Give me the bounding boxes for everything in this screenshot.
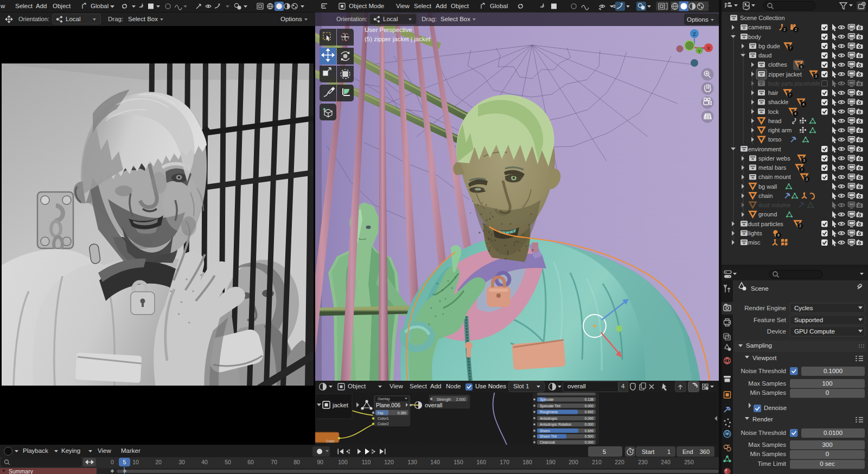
svg-text:bg dude: bg dude — [758, 43, 780, 49]
svg-text:right arm: right arm — [768, 127, 792, 133]
svg-text:body parts placeholde: body parts placeholde — [768, 80, 820, 87]
svg-text:Clearcoat: Clearcoat — [540, 440, 555, 444]
svg-text:hair: hair — [768, 89, 778, 96]
svg-text:Start: Start — [642, 449, 654, 455]
svg-text:Color: Color — [326, 439, 335, 443]
svg-text:20: 20 — [155, 459, 162, 465]
svg-text:2: 2 — [783, 28, 786, 31]
svg-text:4: 4 — [794, 112, 796, 116]
svg-text:0.000: 0.000 — [585, 440, 594, 444]
svg-text:150: 150 — [454, 459, 463, 465]
svg-text:overall: overall — [425, 402, 442, 408]
svg-text:metal bars: metal bars — [758, 164, 787, 171]
svg-text:chain mount: chain mount — [758, 174, 791, 180]
svg-text:chain: chain — [758, 193, 773, 199]
svg-text:User Perspective: User Perspective — [365, 27, 412, 33]
svg-text:head: head — [768, 118, 781, 124]
svg-text:130: 130 — [407, 459, 417, 465]
svg-text:2.000: 2.000 — [456, 398, 465, 401]
svg-text:lights: lights — [748, 230, 762, 236]
svg-text:lock: lock — [768, 108, 779, 115]
svg-text:torso: torso — [768, 136, 781, 143]
svg-text:Sheen: Sheen — [540, 429, 550, 433]
svg-text:body: body — [748, 34, 761, 40]
svg-text:5: 5 — [603, 449, 606, 455]
svg-text:5: 5 — [800, 65, 802, 69]
svg-text:cameras: cameras — [748, 24, 771, 30]
svg-text:Fac: Fac — [378, 411, 384, 415]
svg-text:Color1: Color1 — [378, 417, 389, 420]
svg-text:Y: Y — [698, 49, 701, 54]
svg-text:250: 250 — [684, 459, 694, 465]
svg-text:0: 0 — [111, 459, 114, 465]
svg-text:360: 360 — [700, 449, 710, 455]
svg-text:80: 80 — [293, 459, 300, 465]
svg-text:50: 50 — [225, 459, 231, 465]
svg-text:clothes: clothes — [768, 61, 787, 68]
svg-text:2: 2 — [799, 224, 801, 228]
svg-text:Z: Z — [693, 31, 696, 37]
svg-text:Strength: Strength — [437, 398, 451, 402]
svg-text:Specular Tint: Specular Tint — [540, 404, 560, 408]
svg-text:Scene Collection: Scene Collection — [740, 15, 785, 21]
svg-text:230: 230 — [638, 459, 648, 465]
svg-text:Overlay: Overlay — [378, 397, 390, 401]
svg-text:6: 6 — [777, 233, 780, 237]
svg-text:shackle: shackle — [768, 99, 788, 105]
svg-text:0.000: 0.000 — [585, 422, 594, 426]
svg-text:90: 90 — [317, 459, 323, 465]
svg-text:End: End — [682, 449, 693, 455]
svg-text:0.138: 0.138 — [585, 398, 594, 401]
svg-text:140: 140 — [430, 459, 440, 465]
svg-text:X: X — [707, 46, 710, 51]
svg-text:Color2: Color2 — [378, 422, 389, 426]
svg-text:180: 180 — [522, 459, 532, 465]
svg-text:2: 2 — [795, 28, 797, 31]
svg-text:Anisotropic: Anisotropic — [540, 417, 558, 421]
svg-text:30: 30 — [178, 459, 185, 465]
svg-text:200: 200 — [569, 459, 578, 465]
svg-text:dust volume: dust volume — [758, 202, 790, 208]
svg-text:daud: daud — [758, 52, 771, 59]
svg-text:zipper jacket: zipper jacket — [768, 71, 802, 78]
svg-text:Specular: Specular — [540, 398, 554, 402]
svg-text:environment: environment — [748, 146, 781, 152]
svg-text:70: 70 — [271, 459, 277, 465]
svg-text:240: 240 — [661, 459, 671, 465]
svg-text:160: 160 — [476, 459, 486, 465]
svg-text:0.350: 0.350 — [398, 411, 407, 415]
svg-text:190: 190 — [546, 459, 556, 465]
svg-text:10: 10 — [132, 459, 139, 465]
svg-text:jacket: jacket — [332, 402, 348, 408]
svg-text:120: 120 — [384, 459, 394, 465]
svg-text:ground: ground — [758, 211, 777, 217]
svg-text:spider webs: spider webs — [758, 155, 790, 162]
svg-text:3: 3 — [815, 74, 817, 78]
svg-text:220: 220 — [615, 459, 624, 465]
svg-text:0.692: 0.692 — [585, 410, 594, 414]
svg-text:Summary: Summary — [9, 468, 34, 474]
svg-text:0.500: 0.500 — [585, 434, 594, 438]
svg-text:0.000: 0.000 — [585, 417, 594, 420]
svg-text:(5) zipper jacket | jacket: (5) zipper jacket | jacket — [365, 36, 431, 42]
svg-text:Plane.006: Plane.006 — [376, 402, 400, 408]
svg-text:bg wall: bg wall — [758, 183, 777, 190]
svg-text:210: 210 — [592, 459, 602, 465]
svg-text:100: 100 — [338, 459, 348, 465]
svg-text:60: 60 — [247, 459, 254, 465]
svg-text:40: 40 — [201, 459, 208, 465]
svg-text:7: 7 — [789, 46, 792, 50]
svg-text:4: 4 — [802, 103, 805, 106]
svg-text:Roughness: Roughness — [540, 410, 558, 414]
svg-text:110: 110 — [362, 459, 371, 465]
svg-text:1: 1 — [667, 449, 671, 455]
svg-text:Anisotropic Rotation: Anisotropic Rotation — [540, 422, 572, 427]
svg-text:5: 5 — [123, 459, 126, 465]
svg-text:Sheen Tint: Sheen Tint — [540, 434, 557, 438]
svg-text:dust particles: dust particles — [748, 221, 783, 227]
svg-text:0.000: 0.000 — [585, 404, 594, 408]
svg-text:170: 170 — [500, 459, 509, 465]
svg-text:misc: misc — [748, 239, 761, 246]
svg-text:3: 3 — [806, 177, 808, 181]
svg-text:0.699: 0.699 — [585, 429, 594, 433]
